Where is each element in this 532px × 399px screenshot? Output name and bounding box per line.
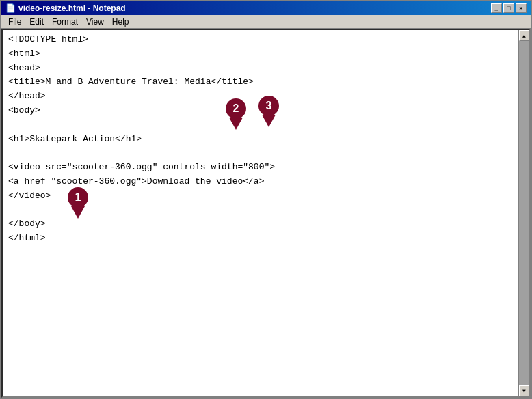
vertical-scrollbar[interactable]: ▲ ▼: [518, 30, 529, 396]
menu-view[interactable]: View: [82, 16, 108, 28]
window-title: video-resize.html - Notepad: [18, 3, 126, 13]
menu-file[interactable]: File: [4, 16, 25, 28]
editor-area[interactable]: <!DOCTYPE html> <html> <head> <title>M a…: [1, 29, 531, 398]
code-content: <!DOCTYPE html> <html> <head> <title>M a…: [8, 33, 524, 246]
scroll-down-button[interactable]: ▼: [519, 385, 530, 396]
maximize-button[interactable]: □: [503, 3, 514, 13]
scroll-up-button[interactable]: ▲: [519, 30, 530, 41]
menu-edit[interactable]: Edit: [25, 16, 48, 28]
title-bar-left: 📄 video-resize.html - Notepad: [5, 3, 126, 13]
close-button[interactable]: ×: [516, 3, 527, 13]
title-bar-controls: _ □ ×: [491, 3, 527, 13]
app-icon: 📄: [5, 3, 16, 13]
notepad-window: 📄 video-resize.html - Notepad _ □ × File…: [0, 0, 532, 399]
scroll-track[interactable]: [519, 41, 529, 385]
title-bar: 📄 video-resize.html - Notepad _ □ ×: [1, 1, 531, 15]
menu-help[interactable]: Help: [108, 16, 133, 28]
menu-bar: File Edit Format View Help: [1, 15, 531, 29]
minimize-button[interactable]: _: [491, 3, 502, 13]
menu-format[interactable]: Format: [48, 16, 82, 28]
